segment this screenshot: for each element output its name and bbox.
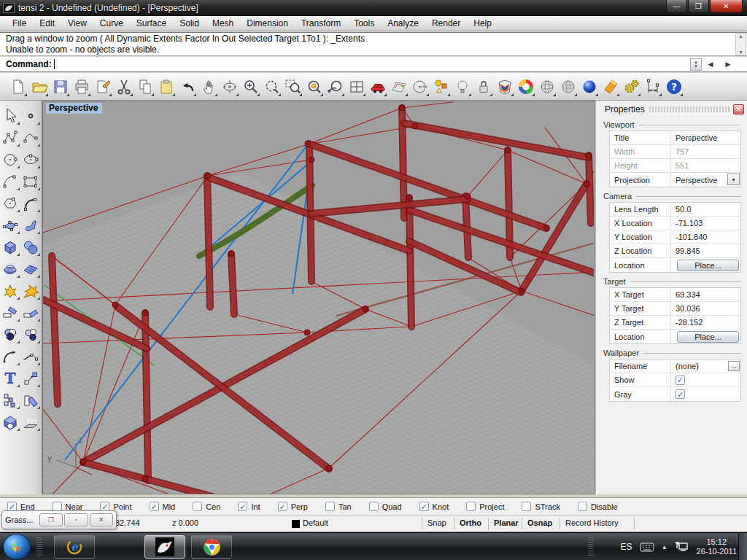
osnap-perp[interactable]: ✓Perp [278,502,308,511]
command-history-scrollbar[interactable]: ▲ ▼ [735,33,746,55]
taskbar-chrome-button[interactable] [191,535,232,559]
panel-close-icon[interactable]: ✕ [733,104,744,114]
menu-mesh[interactable]: Mesh [206,17,240,30]
save-icon[interactable] [50,76,71,98]
explode-icon[interactable] [21,281,41,300]
statusbar-ortho[interactable]: Ortho [460,518,481,527]
blocks-icon[interactable] [1,390,20,410]
menu-analyze[interactable]: Analyze [381,17,425,30]
start-button[interactable] [3,534,31,560]
spheres-icon[interactable] [21,237,41,257]
undo-icon[interactable] [177,76,198,98]
taskbar-rhino-button[interactable] [144,535,185,559]
scroll-up-icon[interactable]: ▲ [738,34,743,39]
current-layer[interactable]: Default [303,518,328,527]
rectangle-icon[interactable] [21,171,41,191]
panel-grip[interactable] [649,106,730,112]
tray-clock[interactable]: 15:12 26-10-2011 [697,537,737,556]
place-button[interactable]: Place... [677,331,739,343]
osnap-mid[interactable]: ✓Mid [150,502,176,511]
arc-icon[interactable] [1,171,20,191]
osnap-checkbox[interactable] [325,502,335,511]
named-view-car-icon[interactable] [367,76,388,98]
move-icon[interactable] [21,368,41,388]
ellipse-icon[interactable] [21,149,41,169]
property-value[interactable]: Perspective [676,133,717,142]
osnap-checkbox[interactable] [369,502,379,511]
spotlight-icon[interactable] [600,76,621,98]
trim-icon[interactable] [1,303,20,322]
network-icon[interactable] [675,541,689,553]
point-icon[interactable] [21,106,41,125]
osnap-checkbox[interactable] [466,502,476,511]
text-icon[interactable]: T [1,368,20,388]
paste-icon[interactable] [155,76,177,98]
property-value[interactable]: (none) [676,362,699,370]
shaded-view-icon[interactable] [494,76,515,98]
command-input[interactable]: Command: ▲▼ ◀ ▶ [0,57,747,72]
sphere-grid-icon[interactable] [557,76,578,98]
property-value[interactable]: Perspective [676,176,717,184]
scroll-down-icon[interactable]: ▼ [738,50,743,55]
viewport-canvas[interactable]: zy [43,101,595,494]
menu-surface[interactable]: Surface [130,17,173,30]
boolean-yellow-icon[interactable] [1,281,20,300]
menu-dimension[interactable]: Dimension [240,17,295,30]
menu-transform[interactable]: Transform [295,17,347,30]
osnap-disable[interactable]: Disable [578,502,618,511]
box-icon[interactable] [1,237,20,257]
cut-icon[interactable] [113,76,134,98]
property-value[interactable]: 50.0 [676,205,691,214]
show-desktop-button[interactable] [738,533,747,560]
maximize-button[interactable]: ❐ [688,0,709,13]
menu-help[interactable]: Help [467,17,498,30]
property-value[interactable]: 30.036 [676,304,700,313]
osnap-checkbox[interactable]: ✓ [150,502,159,511]
circle-icon[interactable] [1,149,20,169]
viewport-perspective[interactable]: Perspective zy [42,101,595,494]
surface-curved-icon[interactable] [21,215,41,235]
command-history[interactable]: Drag a window to zoom ( All Dynamic Exte… [0,32,747,56]
dropdown-icon[interactable]: ▼ [727,174,740,185]
zoom-selected-icon[interactable] [303,76,325,98]
zoom-dynamic-icon[interactable] [261,76,282,98]
help-icon[interactable]: ? [663,76,684,98]
taskbar-ie-button[interactable]: e [54,535,95,559]
command-prev-icon[interactable]: ◀ [702,58,719,71]
zoom-in-icon[interactable] [240,76,261,98]
plan-view-icon[interactable] [388,76,409,98]
torus-icon[interactable] [1,259,20,279]
menu-tools[interactable]: Tools [347,17,381,30]
polygon-icon[interactable] [1,193,20,213]
osnap-int[interactable]: ✓Int [238,502,260,511]
menu-curve[interactable]: Curve [93,17,130,30]
property-value[interactable]: -101.840 [676,233,707,241]
osnap-checkbox[interactable]: ✓ [419,502,429,511]
layer-shapes-icon[interactable] [430,76,452,98]
pointer-icon[interactable] [1,106,20,125]
surface-points-icon[interactable] [1,215,20,235]
osnap-checkbox[interactable] [578,502,587,511]
statusbar-planar[interactable]: Planar [494,518,519,527]
browse-button[interactable]: ... [728,361,740,371]
statusbar-osnap[interactable]: Osnap [527,518,552,527]
tray-language[interactable]: ES [621,542,632,552]
sphere-wire-icon[interactable] [536,76,557,98]
viewport-title-label[interactable]: Perspective [46,103,102,114]
command-next-icon[interactable]: ▶ [719,58,737,71]
export-icon[interactable] [92,76,113,98]
menu-solid[interactable]: Solid [173,17,206,30]
osnap-checkbox[interactable]: ✓ [278,502,287,511]
corner-curve-icon[interactable] [21,193,41,213]
print-icon[interactable] [71,76,92,98]
menu-edit[interactable]: Edit [33,17,61,30]
command-spinner[interactable]: ▲▼ [690,58,702,71]
light-bulb-icon[interactable] [452,76,473,98]
split-icon[interactable] [21,303,41,322]
rotate-object-icon[interactable] [21,390,41,410]
curve-cv-icon[interactable] [1,128,20,147]
property-value[interactable]: 99.845 [676,246,700,255]
property-value[interactable]: -28.152 [676,318,703,327]
boolean-spheres-icon[interactable] [1,324,20,344]
osnap-strack[interactable]: STrack [522,502,560,511]
